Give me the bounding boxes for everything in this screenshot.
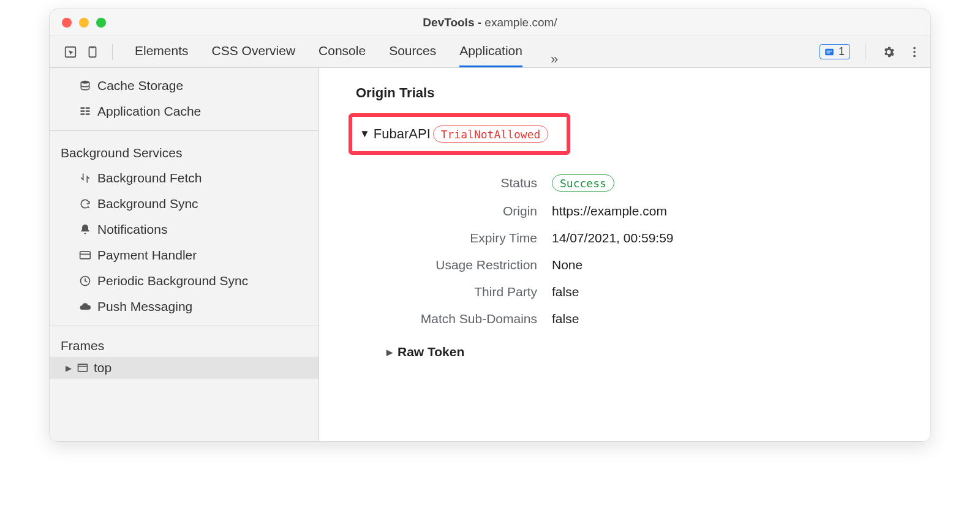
raw-token-label: Raw Token [398,345,464,359]
inspect-element-icon[interactable] [62,43,79,61]
panel-heading: Origin Trials [319,80,930,113]
detail-key: Usage Restriction [356,252,552,278]
cloud-icon [79,301,91,313]
title-app: DevTools [423,16,474,29]
svg-rect-15 [86,113,90,115]
toolbar-right: 1 [820,43,923,61]
detail-key: Status [356,168,552,198]
title-sep: - [474,16,484,29]
caret-right-icon: ▶ [66,364,72,373]
zoom-window-button[interactable] [96,18,106,28]
title-host: example.com/ [484,16,557,29]
tab-application[interactable]: Application [459,36,522,67]
transfer-icon [79,172,91,184]
table-row: Third Party false [356,278,688,305]
minimize-window-button[interactable] [79,18,89,28]
tab-sources[interactable]: Sources [389,36,436,67]
svg-rect-19 [78,364,88,372]
svg-rect-2 [91,47,94,48]
caret-down-icon: ▼ [360,128,370,140]
grid-icon [79,105,91,118]
tab-label: Sources [389,43,436,58]
sidebar-divider [50,130,318,131]
sidebar-section-frames: Frames [50,332,318,357]
sidebar-item-application-cache[interactable]: Application Cache [50,99,318,124]
table-row: Usage Restriction None [356,252,688,278]
toolbar-separator [112,44,113,60]
detail-value: Success [552,168,688,198]
sidebar-section-label: Frames [61,338,104,353]
window-title: DevTools - example.com/ [50,16,930,29]
bell-icon [79,223,91,236]
raw-token-toggle[interactable]: ▶ Raw Token [386,345,930,359]
clock-icon [79,275,91,287]
device-toolbar-icon[interactable] [84,43,101,61]
issues-count: 1 [839,45,845,58]
caret-right-icon: ▶ [386,348,393,357]
svg-point-9 [81,81,89,84]
traffic-lights [50,18,106,28]
sidebar-item-label: Application Cache [97,101,201,122]
devtools-toolbar: Elements CSS Overview Console Sources Ap… [50,36,930,68]
detail-key: Expiry Time [356,225,552,252]
sidebar-item-periodic-background-sync[interactable]: Periodic Background Sync [50,268,318,294]
tab-console[interactable]: Console [318,36,366,67]
sidebar-item-background-fetch[interactable]: Background Fetch [50,165,318,191]
tabs-overflow-button[interactable]: » [546,51,563,67]
table-row: Match Sub-Domains false [356,305,688,332]
detail-key: Third Party [356,278,552,305]
svg-rect-5 [826,52,830,53]
sidebar-item-label: top [94,360,111,375]
devtools-window: DevTools - example.com/ Elements CSS Ove… [49,9,931,442]
svg-rect-3 [825,48,834,55]
sidebar-item-payment-handler[interactable]: Payment Handler [50,242,318,268]
trial-name: FubarAPI [374,126,431,142]
database-icon [79,80,91,92]
status-success-badge: Success [552,174,614,192]
svg-rect-16 [80,252,91,259]
sidebar-item-label: Push Messaging [97,296,192,317]
credit-card-icon [79,249,91,261]
trial-status-badge: TrialNotAllowed [433,125,549,143]
tab-css-overview[interactable]: CSS Overview [212,36,296,67]
detail-value: None [552,252,688,278]
sidebar-section-label: Background Services [61,146,182,160]
detail-value: 14/07/2021, 00:59:59 [552,225,688,252]
close-window-button[interactable] [62,18,72,28]
sidebar-item-frame-top[interactable]: ▶ top [50,357,318,379]
origin-trial-row[interactable]: ▼ FubarAPI TrialNotAllowed [349,113,570,155]
sidebar-item-push-messaging[interactable]: Push Messaging [50,294,318,319]
settings-gear-icon[interactable] [880,43,897,61]
sidebar-item-notifications[interactable]: Notifications [50,217,318,242]
svg-rect-14 [81,113,85,115]
overflow-glyph: » [551,51,558,67]
tab-label: Application [459,43,522,58]
sidebar-item-background-sync[interactable]: Background Sync [50,191,318,217]
toolbar-separator [865,44,865,60]
issues-badge[interactable]: 1 [820,44,850,59]
sidebar-divider [50,326,318,326]
svg-rect-10 [81,107,85,109]
svg-rect-13 [86,110,90,112]
table-row: Status Success [356,168,688,198]
sidebar-item-label: Payment Handler [97,245,197,266]
svg-point-6 [913,47,916,49]
tab-elements[interactable]: Elements [135,36,189,67]
trial-details-table: Status Success Origin https://example.co… [356,168,688,332]
detail-value: https://example.com [552,198,688,225]
detail-value: false [552,278,688,305]
svg-rect-11 [86,107,90,109]
panel-body: Cache Storage Application Cache Backgrou… [50,68,930,441]
window-icon [77,362,89,374]
sidebar-item-label: Background Fetch [97,168,202,189]
svg-point-7 [913,51,916,53]
more-menu-icon[interactable] [906,43,923,61]
application-sidebar: Cache Storage Application Cache Backgrou… [50,68,319,441]
svg-rect-1 [89,47,96,57]
sidebar-item-cache-storage[interactable]: Cache Storage [50,73,318,99]
table-row: Origin https://example.com [356,198,688,225]
tab-label: Elements [135,43,189,58]
window-titlebar: DevTools - example.com/ [50,9,930,36]
sidebar-section-background-services: Background Services [50,137,318,165]
sidebar-item-label: Cache Storage [97,75,183,96]
